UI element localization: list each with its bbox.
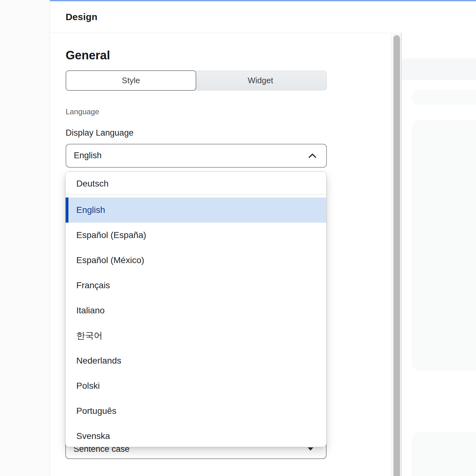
dropdown-option[interactable]: 한국어	[66, 323, 326, 348]
dropdown-option[interactable]: Svenska	[66, 424, 326, 447]
dropdown-option[interactable]: Deutsch	[66, 175, 326, 195]
tab-widget[interactable]: Widget	[194, 71, 327, 90]
tab-widget-label: Widget	[194, 75, 327, 85]
tab-style[interactable]: Style	[66, 70, 196, 91]
style-widget-segmented-control: Widget Style	[66, 70, 327, 91]
preview-placeholder-pill	[412, 90, 476, 105]
dropdown-option-selected[interactable]: English	[66, 197, 326, 223]
display-language-label: Display Language	[66, 128, 133, 138]
widget-preview-pane	[402, 33, 476, 476]
scrollbar-thumb[interactable]	[393, 35, 400, 476]
section-title-general: General	[66, 49, 110, 62]
settings-scrollbar[interactable]	[391, 33, 402, 476]
chevron-down-icon	[308, 447, 313, 451]
dropdown-option[interactable]: Français	[66, 273, 326, 298]
dropdown-option[interactable]: Español (México)	[66, 248, 326, 273]
dropdown-option[interactable]: Italiano	[66, 298, 326, 323]
panel-header: Design	[50, 1, 476, 33]
dropdown-option[interactable]: Português	[66, 398, 326, 424]
option-spacer	[66, 195, 326, 197]
display-language-dropdown: DeutschEnglishEspañol (España)Español (M…	[65, 171, 327, 447]
tab-style-label: Style	[66, 75, 196, 85]
dropdown-option[interactable]: Nederlands	[66, 348, 326, 373]
display-language-value: English	[74, 151, 102, 160]
preview-placeholder-band	[402, 58, 476, 80]
chevron-up-icon	[308, 153, 317, 159]
language-group-label: Language	[66, 107, 99, 116]
page-title: Design	[66, 12, 97, 22]
dropdown-option[interactable]: Español (España)	[66, 223, 326, 248]
display-language-select[interactable]: English	[66, 144, 327, 168]
dropdown-option[interactable]: Polski	[66, 373, 326, 398]
preview-placeholder-card	[412, 120, 476, 371]
preview-placeholder-card	[412, 432, 476, 476]
design-settings-screen: Design General Widget Style Language Dis…	[0, 0, 476, 476]
